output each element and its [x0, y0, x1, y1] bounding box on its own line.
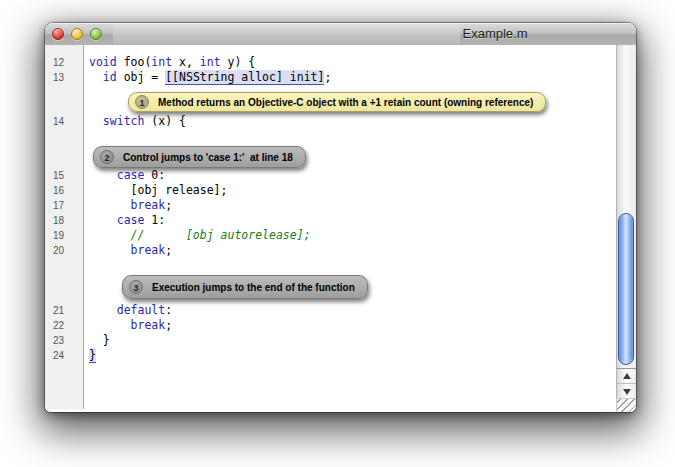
line-number: 15	[45, 168, 83, 183]
line-number: 24	[45, 348, 83, 363]
code-line: 24}	[45, 348, 616, 363]
code-text[interactable]: id obj = [[NSString alloc] init];	[83, 70, 331, 85]
code-line: 23 }	[45, 333, 616, 348]
code-line: 15 case 0:	[45, 168, 616, 183]
window-title: Example.m	[430, 23, 560, 45]
line-number: 19	[45, 228, 83, 243]
line-number: 11	[45, 45, 83, 55]
code-text[interactable]: break;	[83, 198, 172, 213]
resize-grip[interactable]	[616, 398, 636, 412]
code-text[interactable]: break;	[83, 318, 172, 333]
bubble-step-number: 3	[129, 280, 143, 294]
zoom-button[interactable]	[90, 28, 102, 40]
bubble-step-number: 1	[135, 95, 149, 109]
code-line: 17 break;	[45, 198, 616, 213]
line-number: 21	[45, 303, 83, 318]
code-text[interactable]: // [obj autorelease];	[83, 228, 311, 243]
bubble-text: Execution jumps to the end of the functi…	[152, 282, 355, 293]
editor-content: 1112void foo(int x, int y) {13 id obj = …	[45, 45, 636, 412]
traffic-lights	[52, 28, 102, 40]
code-line: 19 // [obj autorelease];	[45, 228, 616, 243]
code-line: 14 switch (x) {	[45, 114, 616, 129]
code-text[interactable]: case 1:	[83, 213, 165, 228]
code-text[interactable]: }	[83, 348, 96, 363]
code-text[interactable]	[83, 45, 89, 55]
vertical-scrollbar[interactable]	[616, 45, 636, 412]
code-text[interactable]: void foo(int x, int y) {	[83, 55, 255, 70]
line-number: 22	[45, 318, 83, 333]
code-line: 12void foo(int x, int y) {	[45, 55, 616, 70]
scrollbar-arrows	[616, 368, 636, 398]
code-line: 16 [obj release];	[45, 183, 616, 198]
code-text[interactable]: }	[83, 333, 110, 348]
line-number: 14	[45, 114, 83, 129]
minimize-button[interactable]	[71, 28, 83, 40]
code-line-partial: 11	[45, 45, 616, 55]
code-line: 13 id obj = [[NSString alloc] init];	[45, 70, 616, 85]
titlebar-band	[113, 24, 460, 44]
code-line: 22 break;	[45, 318, 616, 333]
code-line: 21 default:	[45, 303, 616, 318]
window: Example.m 1112void foo(int x, int y) {13…	[45, 23, 636, 412]
line-number: 20	[45, 243, 83, 258]
analyzer-bubble-2[interactable]: 2Control jumps to 'case 1:' at line 18	[93, 146, 306, 168]
analyzer-bubble-3[interactable]: 3Execution jumps to the end of the funct…	[122, 275, 368, 299]
bubble-text: Method returns an Objective-C object wit…	[158, 97, 533, 108]
line-number: 12	[45, 55, 83, 70]
bubble-step-number: 2	[100, 150, 114, 164]
titlebar[interactable]: Example.m	[45, 23, 636, 46]
bubble-text: Control jumps to 'case 1:' at line 18	[123, 152, 293, 163]
code-text[interactable]: default:	[83, 303, 172, 318]
arrow-up-icon	[623, 373, 631, 379]
analyzer-bubble-1[interactable]: 1Method returns an Objective-C object wi…	[128, 92, 546, 112]
code-line: 20 break;	[45, 243, 616, 258]
scroll-up-button[interactable]	[617, 369, 636, 384]
code-text[interactable]: break;	[83, 243, 172, 258]
close-button[interactable]	[52, 28, 64, 40]
line-number: 16	[45, 183, 83, 198]
code-line: 18 case 1:	[45, 213, 616, 228]
analyzer-highlighted-expression[interactable]: [[NSString alloc] init]	[165, 70, 324, 85]
code-editor[interactable]: 1112void foo(int x, int y) {13 id obj = …	[45, 45, 616, 412]
code-text[interactable]: [obj release];	[83, 183, 227, 198]
code-text[interactable]: switch (x) {	[83, 114, 186, 129]
arrow-down-icon	[623, 389, 631, 395]
line-number: 23	[45, 333, 83, 348]
scroll-down-button[interactable]	[617, 384, 636, 399]
code-text[interactable]: case 0:	[83, 168, 165, 183]
scrollbar-thumb[interactable]	[618, 213, 634, 365]
line-number: 17	[45, 198, 83, 213]
analyzer-highlighted-expression[interactable]: }	[89, 348, 96, 363]
line-number: 13	[45, 70, 83, 85]
line-number: 18	[45, 213, 83, 228]
